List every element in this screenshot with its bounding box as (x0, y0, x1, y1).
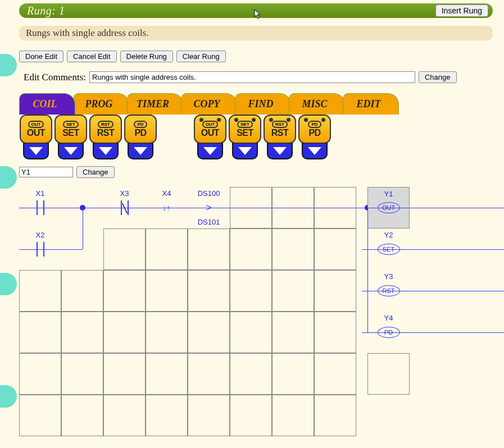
ladder-cell[interactable] (61, 228, 103, 270)
tool-pd-alt[interactable]: PDPD (298, 115, 332, 159)
ladder-cell[interactable] (146, 270, 188, 312)
clear-rung-button[interactable]: Clear Rung (176, 51, 226, 62)
tool-set-alt[interactable]: SETSET (228, 115, 262, 159)
ladder-cell[interactable] (61, 270, 103, 312)
ladder-cell[interactable] (188, 228, 230, 270)
ladder-cell[interactable] (272, 395, 314, 436)
ladder-cell[interactable]: Y2 SET (367, 228, 410, 270)
dropdown-icon[interactable] (267, 143, 293, 159)
ladder-cell[interactable] (146, 228, 188, 270)
ladder-cell[interactable] (61, 395, 103, 436)
ladder-cell[interactable]: Y3 RST (367, 270, 410, 312)
tool-rst-alt[interactable]: RSTRST (263, 115, 297, 159)
ladder-cell[interactable] (188, 312, 230, 353)
ladder-cell[interactable] (230, 395, 272, 436)
ladder-cell[interactable] (146, 353, 188, 395)
insert-rung-button[interactable]: Insert Rung (435, 4, 488, 17)
cancel-edit-button[interactable]: Cancel Edit (67, 51, 116, 62)
edit-comments-row: Edit Comments: Change (19, 71, 493, 83)
ladder-cell[interactable] (230, 228, 272, 270)
address-input[interactable] (19, 167, 73, 177)
ladder-cell[interactable] (272, 228, 314, 270)
ladder-cell[interactable] (103, 353, 146, 395)
dropdown-icon[interactable] (232, 143, 258, 159)
nav-bump-2[interactable] (0, 166, 17, 189)
ladder-cell[interactable] (356, 187, 367, 228)
dropdown-icon[interactable] (58, 143, 84, 159)
ladder-cell[interactable]: Y4 PD (367, 312, 410, 353)
nav-bump-4[interactable] (0, 385, 17, 408)
change-address-button[interactable]: Change (76, 166, 115, 178)
ladder-cell[interactable]: X1 (19, 187, 61, 228)
tab-misc[interactable]: MISC (289, 93, 345, 115)
ladder-cell[interactable] (314, 353, 356, 395)
change-comment-button[interactable]: Change (419, 71, 457, 83)
ladder-cell[interactable] (230, 270, 272, 312)
ladder-cell[interactable] (314, 228, 356, 270)
ladder-cell[interactable] (230, 353, 272, 395)
tab-find[interactable]: FIND (235, 93, 291, 115)
ladder-cell[interactable] (230, 312, 272, 353)
ladder-cell[interactable] (230, 187, 272, 228)
ladder-cell[interactable] (103, 395, 146, 436)
ladder-cell[interactable] (19, 312, 61, 353)
ladder-cell[interactable] (188, 395, 230, 436)
ladder-cell[interactable] (103, 228, 146, 270)
ladder-cell[interactable] (367, 353, 410, 395)
dropdown-icon[interactable] (93, 143, 119, 159)
ladder-cell[interactable] (103, 312, 146, 353)
ladder-cell[interactable] (314, 395, 356, 436)
dropdown-icon[interactable] (128, 143, 153, 159)
dropdown-icon[interactable] (197, 143, 223, 159)
ladder-cell[interactable]: X4 ↓↑ (146, 187, 188, 228)
ladder-cell[interactable] (19, 353, 61, 395)
ladder-cell[interactable] (272, 187, 314, 228)
done-edit-button[interactable]: Done Edit (19, 51, 63, 62)
tab-copy[interactable]: COPY (181, 93, 237, 115)
ladder-cell[interactable]: DS100 DS101 > (188, 187, 230, 228)
ladder-cell[interactable]: X2 (19, 228, 61, 270)
dropdown-icon[interactable] (23, 143, 49, 159)
compare-top-label: DS100 (188, 189, 230, 198)
tab-edit[interactable]: EDIT (343, 93, 399, 115)
ladder-diagram[interactable]: X1 X3 X4 ↓↑ DS100 DS101 (19, 187, 493, 436)
ladder-cell[interactable] (314, 270, 356, 312)
tab-bar: COIL PROG TIMER COPY FIND MISC EDIT (19, 93, 493, 115)
dropdown-icon[interactable] (302, 143, 328, 159)
tab-prog[interactable]: PROG (73, 93, 129, 115)
tool-out-alt[interactable]: OUTOUT (193, 115, 227, 159)
ladder-cell[interactable] (272, 312, 314, 353)
ladder-cell[interactable] (19, 395, 61, 436)
edit-comments-input[interactable] (89, 71, 415, 83)
ladder-cell[interactable] (103, 270, 146, 312)
no-contact-icon (35, 200, 46, 215)
nav-bump-3[interactable] (0, 273, 17, 295)
nav-bump-1[interactable] (0, 54, 17, 76)
ladder-cell[interactable] (356, 270, 367, 312)
address-row: Change (19, 166, 493, 178)
contact-label: X2 (19, 231, 61, 239)
tab-coil[interactable]: COIL (19, 93, 75, 115)
tool-out[interactable]: OUTOUT (19, 115, 53, 159)
ladder-cell[interactable]: X3 (103, 187, 146, 228)
ladder-cell-selected[interactable]: Y1 OUT (367, 187, 410, 228)
ladder-cell[interactable] (356, 312, 367, 353)
ladder-cell[interactable] (19, 270, 61, 312)
ladder-cell[interactable] (356, 228, 367, 270)
tool-pd[interactable]: PDPD (124, 115, 157, 159)
ladder-cell[interactable] (146, 312, 188, 353)
tool-set[interactable]: SETSET (54, 115, 88, 159)
ladder-cell[interactable] (272, 270, 314, 312)
tab-timer[interactable]: TIMER (127, 93, 183, 115)
ladder-cell[interactable] (146, 395, 188, 436)
ladder-cell[interactable] (314, 312, 356, 353)
ladder-cell[interactable] (272, 353, 314, 395)
ladder-cell[interactable] (61, 312, 103, 353)
ladder-cell[interactable] (61, 353, 103, 395)
delete-rung-button[interactable]: Delete Rung (120, 51, 173, 62)
ladder-cell[interactable] (188, 353, 230, 395)
ladder-cell[interactable] (314, 187, 356, 228)
coil-label: Y3 (367, 272, 410, 281)
ladder-cell[interactable] (188, 270, 230, 312)
tool-rst[interactable]: RSTRST (89, 115, 122, 159)
